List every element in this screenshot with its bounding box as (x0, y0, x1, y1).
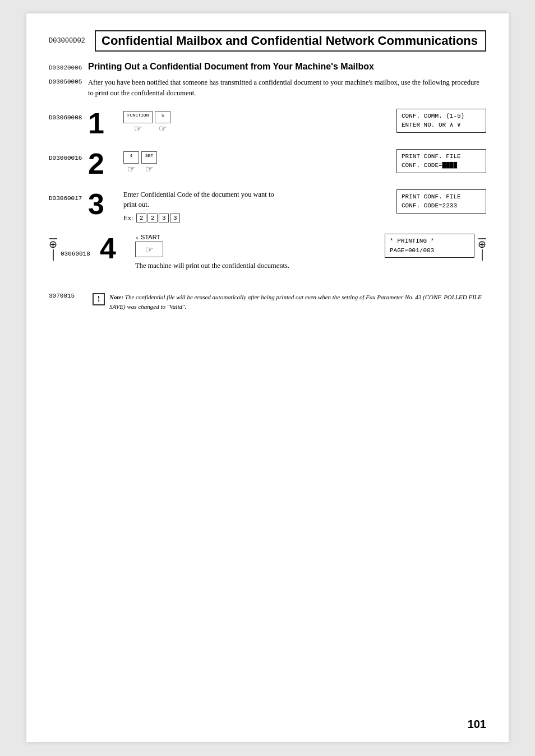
start-button-area: ⬦ START ☞ (135, 234, 362, 257)
key5: 5 (155, 111, 170, 123)
step1-lcd: CONF. COMM. (1-5) ENTER NO. OR ∧ ∨ (374, 109, 486, 133)
page-number: 101 (468, 718, 486, 731)
note-text: Note: The confidential file will be eras… (109, 293, 486, 311)
key4: 4 (123, 151, 139, 164)
margin-mark-left: ⊕ (49, 238, 57, 261)
step3-lcd-display: PRINT CONF. FILE CONF. CODE=2233 (396, 189, 486, 214)
step4-desc: The machine will print out the confident… (135, 262, 362, 270)
step3-lcd: PRINT CONF. FILE CONF. CODE=2233 (374, 189, 486, 214)
step2-content: 4 ☞ SET ☞ (123, 149, 374, 174)
start-finger: ☞ (145, 244, 153, 255)
step2-key1: 4 ☞ (123, 151, 139, 174)
digit4: 3 (170, 214, 180, 222)
step2-lcd-line1: PRINT CONF. FILE (402, 152, 481, 161)
step3-code: D03060017 (49, 189, 88, 202)
step4-lcd-line1: * PRINTING * (390, 236, 469, 246)
step3-desc: Enter Confidential Code of the document … (123, 189, 374, 211)
step3-number: 3 (88, 189, 119, 219)
step3-example: Ex: 2 2 3 3 (123, 214, 374, 222)
note-icon: ! (93, 293, 105, 305)
step1-lcd-line2: ENTER NO. OR ∧ ∨ (402, 120, 481, 130)
step4-code: 03060018 (61, 234, 100, 257)
step2-number: 2 (88, 149, 119, 178)
step1-key1: FUNCTION ☞ (123, 111, 153, 134)
step1-finger1: ☞ (134, 123, 142, 134)
step4-lcd-line2: PAGE=001/003 (390, 246, 469, 256)
step1-number: 1 (88, 109, 119, 138)
note-body: The confidential file will be erased aut… (109, 294, 482, 310)
step1-lcd-display: CONF. COMM. (1-5) ENTER NO. OR ∧ ∨ (396, 109, 486, 133)
chapter-title: Confidential Mailbox and Confidential Ne… (95, 30, 486, 52)
step4-lcd-display: * PRINTING * PAGE=001/003 (385, 234, 474, 258)
description-code: D03050005 (49, 77, 88, 99)
step2-finger1: ☞ (127, 164, 135, 174)
step2-lcd-display: PRINT CONF. FILE CONF. CODE=████ (396, 149, 486, 173)
step1-key2: 5 ☞ (155, 111, 170, 134)
note-row: 3070015 ! Note: The confidential file wi… (49, 293, 486, 311)
digit1: 2 (136, 214, 146, 222)
step2-lcd-line2: CONF. CODE=████ (402, 161, 481, 170)
digit3: 3 (159, 214, 169, 222)
chapter-code: D03000D02 (49, 37, 88, 45)
step2-key2: SET ☞ (141, 151, 157, 174)
digit2: 2 (147, 214, 158, 222)
step4-content: ⬦ START ☞ The machine will print out the… (135, 234, 362, 270)
step2-finger2: ☞ (145, 164, 153, 174)
step1-code: D03060008 (49, 109, 88, 121)
step1-content: FUNCTION ☞ 5 ☞ (123, 109, 374, 134)
start-button[interactable]: ☞ (135, 242, 163, 257)
step1-finger2: ☞ (159, 123, 167, 134)
section-code: D03020006 (49, 64, 88, 71)
function-key: FUNCTION (123, 111, 153, 123)
step3-lcd-line2: CONF. CODE=2233 (402, 201, 481, 211)
start-label: ⬦ START (135, 234, 160, 240)
section-title: Printing Out a Confidential Document fro… (88, 62, 374, 72)
step3-content: Enter Confidential Code of the document … (123, 189, 374, 223)
step2-keys: 4 ☞ SET ☞ (123, 151, 374, 174)
note-code: 3070015 (49, 293, 88, 299)
step2-code: D03060016 (49, 149, 88, 161)
description-text: After you have been notified that someon… (88, 77, 486, 99)
set-key: SET (141, 151, 157, 164)
step1-lcd-line1: CONF. COMM. (1-5) (402, 112, 481, 121)
note-label: Note: (109, 294, 123, 300)
margin-mark-right: ⊕ (478, 238, 486, 261)
step1-keys: FUNCTION ☞ 5 ☞ (123, 111, 374, 134)
step4-lcd: * PRINTING * PAGE=001/003 (362, 234, 474, 258)
step4-number: 4 (100, 234, 131, 263)
step3-lcd-line1: PRINT CONF. FILE (402, 192, 481, 202)
step2-lcd: PRINT CONF. FILE CONF. CODE=████ (374, 149, 486, 173)
